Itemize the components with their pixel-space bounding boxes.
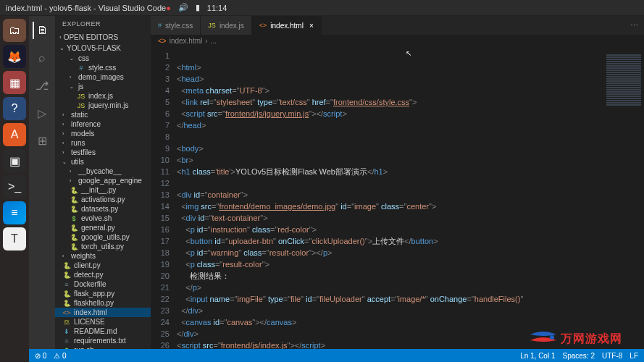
chevron-right-icon: › [70,75,75,80]
tree-item-weights[interactable]: ›weights [55,251,151,261]
ubuntu-dock: 🗂 🦊 ▦ ? A ▣ >_ ≡ T [0,16,29,362]
tree-item-js[interactable]: ⌄js [55,82,151,91]
dock-text-icon[interactable]: T [3,227,26,251]
tree-item-readme-md[interactable]: ⬇README.md [55,327,151,336]
tree-item-style-css[interactable]: #style.css [55,63,151,72]
tab-index-js[interactable]: JSindex.js [201,16,251,35]
line-gutter: 1234567891011121314151617181920212223242… [151,47,177,362]
tree-item-models[interactable]: ›models [55,129,151,138]
tree-item-runs[interactable]: ›runs [55,138,151,148]
status-position[interactable]: Ln 1, Col 1 [520,352,555,360]
tab-label: style.css [165,22,193,30]
activity-scm-icon[interactable]: ⎇ [33,77,51,94]
tree-item-label: datasets.py [81,205,118,213]
status-warnings[interactable]: ⚠ 0 [54,352,66,360]
sidebar-title: EXPLORER [55,16,151,32]
record-icon: ● [166,4,171,12]
tree-item-client-py[interactable]: 🐍client.py [55,261,151,270]
js-file-icon: JS [77,102,85,109]
tree-item-google-utils-py[interactable]: 🐍google_utils.py [55,232,151,242]
tree-item-requirements-txt[interactable]: ≡requirements.txt [55,336,151,345]
dock-flame-icon[interactable]: A [3,123,26,146]
tree-item-jquery-min-js[interactable]: JSjquery.min.js [55,101,151,110]
section-open-editors[interactable]: › OPEN EDITORS [55,32,151,43]
chevron-right-icon: › [62,131,68,136]
tree-item-label: Dockerfile [74,280,106,288]
py-file-icon: 🐍 [70,196,78,203]
status-errors[interactable]: ⊘ 0 [35,352,46,360]
desktop-topbar: index.html - yolov5-flask - Visual Studi… [0,0,644,16]
tree-item-label: __bycache__ [78,167,122,175]
code-editor[interactable]: 1234567891011121314151617181920212223242… [151,47,644,362]
tree-item-utils[interactable]: ⌄utils [55,157,151,167]
activity-extensions-icon[interactable]: ⊞ [33,132,51,149]
dock-app1-icon[interactable]: ▦ [3,71,26,94]
tab-style-css[interactable]: #style.css [151,16,201,35]
tree-item-activations-py[interactable]: 🐍activations.py [55,195,151,204]
breadcrumb-file-icon: <> [158,37,167,45]
speaker-icon: 🔊 [178,3,188,12]
tree-item-inference[interactable]: ›inference [55,119,151,129]
tree-item-label: flaskhello.py [74,299,114,307]
tree-item-evolve-sh[interactable]: $evolve.sh [55,214,151,223]
chevron-right-icon: › [62,253,68,258]
code-content[interactable]: <html><head> <meta charset="UTF-8"> <lin… [177,47,644,362]
dock-help-icon[interactable]: ? [3,97,26,120]
tree-item-datasets-py[interactable]: 🐍datasets.py [55,204,151,214]
tree-item---init---py[interactable]: 🐍__init__.py [55,185,151,195]
tree-item-label: static [71,111,88,119]
tree-item-torch-utils-py[interactable]: 🐍torch_utils.py [55,242,151,251]
activity-search-icon[interactable]: ⌕ [33,49,51,67]
more-icon[interactable]: ⋯ [630,21,638,30]
tree-item-label: weights [71,252,96,260]
tab-label: index.html [270,22,304,30]
tree-item-css[interactable]: ⌄css [55,54,151,63]
py-file-icon: 🐍 [62,272,71,279]
chevron-right-icon: › [62,122,68,127]
tree-item-flask-app-py[interactable]: 🐍flask_app.py [55,289,151,298]
tree-item-flaskhello-py[interactable]: 🐍flaskhello.py [55,298,151,308]
tree-item-dockerfile[interactable]: ≡Dockerfile [55,279,151,289]
dock-terminal2-icon[interactable]: >_ [3,175,26,198]
dock-terminal-icon[interactable]: ▣ [3,149,26,172]
status-eol[interactable]: LF [630,352,638,360]
dock-vscode-icon[interactable]: ≡ [3,201,26,224]
file-tree[interactable]: ⌄css#style.css›demo_images⌄jsJSindex.jsJ… [55,54,151,351]
dock-firefox-icon[interactable]: 🦊 [3,45,26,68]
tree-item-testfiles[interactable]: ›testfiles [55,148,151,157]
tree-item-index-js[interactable]: JSindex.js [55,91,151,101]
tree-item-label: index.html [74,308,107,316]
chevron-right-icon: › [59,34,62,41]
tree-item-demo-images[interactable]: ›demo_images [55,72,151,82]
tree-item-label: models [71,130,94,138]
tab-index-html[interactable]: <>index.html× [252,16,322,35]
tree-item-label: flask_app.py [74,290,114,298]
activity-explorer-icon[interactable]: 🗎 [33,22,50,39]
close-icon[interactable]: × [309,22,314,30]
tree-item-google-app-engine[interactable]: ›google_app_engine [55,176,151,185]
editor-tabs: #style.cssJSindex.js<>index.html×⋯ [151,16,644,35]
dock-files-icon[interactable]: 🗂 [3,19,26,42]
js-file-icon: JS [77,93,85,100]
tree-item-index-html[interactable]: <>index.html [55,308,151,317]
tree-item---bycache--[interactable]: ›__bycache__ [55,167,151,176]
sidebar-explorer: EXPLORER › OPEN EDITORS ⌄ YOLOV5-FLASK ⌄… [55,16,151,362]
tree-item-license[interactable]: ⚖LICENSE [55,317,151,327]
tree-item-label: requirements.txt [74,337,126,345]
py-file-icon: 🐍 [62,262,71,269]
status-spaces[interactable]: Spaces: 2 [563,352,595,360]
tree-item-detect-py[interactable]: 🐍detect.py [55,270,151,279]
py-file-icon: 🐍 [70,187,78,194]
tree-item-general-py[interactable]: 🐍general.py [55,223,151,232]
tree-item-static[interactable]: ›static [55,110,151,119]
tree-item-label: torch_utils.py [81,243,124,251]
tree-item-label: README.md [74,327,117,335]
breadcrumb[interactable]: <> index.html › ... [151,35,644,47]
tree-item-label: index.js [88,92,113,100]
status-encoding[interactable]: UTF-8 [602,352,622,360]
section-project[interactable]: ⌄ YOLOV5-FLASK [55,43,151,54]
activity-debug-icon[interactable]: ▷ [33,104,51,122]
minimap[interactable] [603,54,644,162]
chevron-down-icon: ⌄ [70,84,75,90]
py-file-icon: 🐍 [70,234,78,241]
